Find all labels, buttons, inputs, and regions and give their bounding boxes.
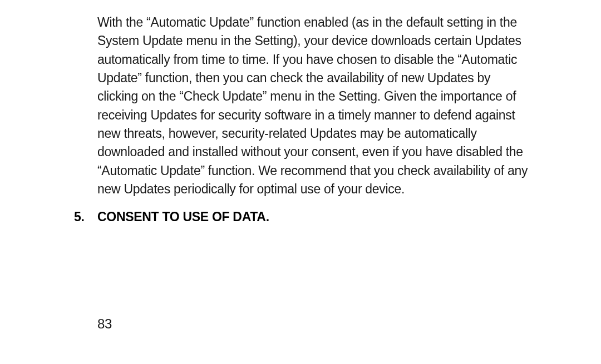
section-number: 5.: [74, 210, 97, 225]
section-title: CONSENT TO USE OF DATA.: [97, 210, 269, 224]
document-content: With the “Automatic Update” function ena…: [97, 13, 530, 225]
body-paragraph: With the “Automatic Update” function ena…: [97, 13, 530, 198]
page-number: 83: [97, 316, 112, 332]
section-header: 5.CONSENT TO USE OF DATA.: [74, 210, 530, 225]
